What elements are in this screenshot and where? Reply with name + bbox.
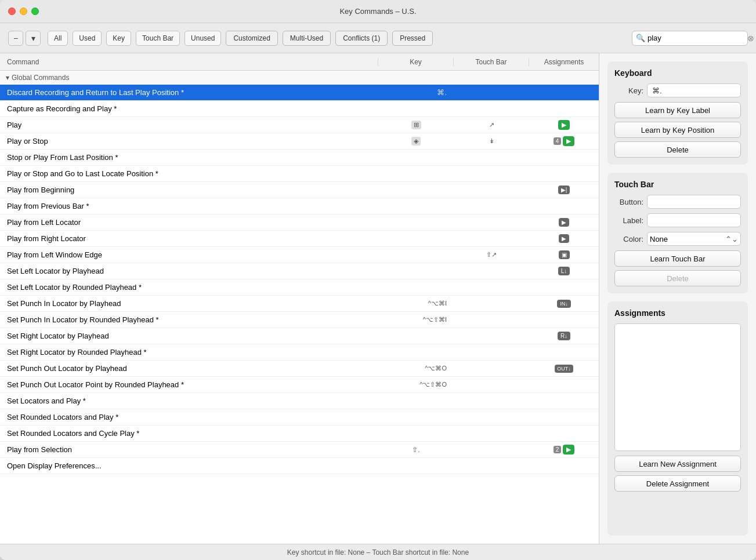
- list-item[interactable]: Play or Stop and Go to Last Locate Posit…: [0, 166, 599, 182]
- list-item[interactable]: Set Rounded Locators and Cycle Play *: [0, 426, 599, 442]
- touchbar-title: Touch Bar: [614, 180, 741, 189]
- filter-customized-button[interactable]: Customized: [226, 31, 277, 46]
- list-item[interactable]: Set Right Locator by Rounded Playhead *: [0, 344, 599, 361]
- filter-pressed-button[interactable]: Pressed: [392, 31, 433, 46]
- chevron-down-icon[interactable]: ▾: [26, 31, 41, 46]
- filter-conflicts-button[interactable]: Conflicts (1): [335, 31, 388, 46]
- col-key-header: Key: [378, 58, 454, 66]
- button-field-row: Button:: [614, 195, 741, 209]
- delete-touchbar-button: Delete: [614, 270, 741, 286]
- delete-assignment-button[interactable]: Delete Assignment: [614, 475, 741, 492]
- row-command: Open Display Preferences...: [0, 461, 378, 470]
- learn-key-label-button[interactable]: Learn by Key Label: [614, 102, 741, 118]
- row-assignments: ▶: [529, 120, 599, 130]
- list-item[interactable]: Open Display Preferences...: [0, 458, 599, 474]
- col-assignments-header: Assignments: [529, 58, 599, 66]
- search-box: 🔍 ⊗: [632, 31, 748, 46]
- row-assignments: OUT↓: [529, 365, 599, 373]
- list-item[interactable]: Discard Recording and Return to Last Pla…: [0, 85, 599, 101]
- right-panel: Keyboard Key: ⌘. Learn by Key Label Lear…: [599, 53, 756, 544]
- list-item[interactable]: Set Punch In Locator by Rounded Playhead…: [0, 312, 599, 328]
- color-select[interactable]: None ⌃⌄: [647, 232, 741, 246]
- assignments-title: Assignments: [614, 308, 741, 318]
- group-label: Global Commands: [12, 74, 69, 82]
- list-item[interactable]: Play from Beginning ▶|: [0, 182, 599, 198]
- search-clear-icon[interactable]: ⊗: [747, 34, 754, 43]
- list-item[interactable]: Set Locators and Play *: [0, 393, 599, 409]
- color-select-value: None: [650, 235, 668, 243]
- row-command: Set Punch Out Locator by Playhead: [0, 364, 378, 373]
- search-input[interactable]: [648, 34, 745, 42]
- button-field-label: Button:: [614, 198, 643, 206]
- row-command: Play from Beginning: [0, 186, 378, 194]
- row-assignments: ▣: [529, 250, 599, 259]
- minus-icon[interactable]: −: [8, 31, 23, 46]
- group-header-global[interactable]: ▾ Global Commands: [0, 71, 599, 85]
- learn-key-position-button[interactable]: Learn by Key Position: [614, 122, 741, 138]
- filter-multiused-button[interactable]: Multi-Used: [283, 31, 331, 46]
- list-header: Command Key Touch Bar Assignments: [0, 53, 599, 71]
- list-item[interactable]: Set Punch Out Locator by Playhead ^⌥⌘O O…: [0, 361, 599, 377]
- filter-touchbar-button[interactable]: Touch Bar: [136, 31, 180, 46]
- delete-keyboard-button[interactable]: Delete: [614, 141, 741, 158]
- list-item[interactable]: Stop or Play From Last Position *: [0, 150, 599, 166]
- list-item[interactable]: Play from Selection ⇧. 2 ▶: [0, 442, 599, 458]
- key-value: ⌘.: [652, 86, 662, 95]
- keyboard-section: Keyboard Key: ⌘. Learn by Key Label Lear…: [607, 61, 748, 165]
- row-key: ⊞: [378, 121, 454, 129]
- touchbar-section: Touch Bar Button: Label: Color: None ⌃⌄: [607, 173, 748, 293]
- row-command: Play from Previous Bar *: [0, 202, 378, 210]
- row-assignments: L↓: [529, 267, 599, 275]
- row-command: Set Rounded Locators and Cycle Play *: [0, 429, 378, 438]
- traffic-lights: [8, 8, 39, 15]
- label-field-row: Label:: [614, 213, 741, 227]
- key-field-row: Key: ⌘.: [614, 83, 741, 97]
- color-field-row: Color: None ⌃⌄: [614, 232, 741, 246]
- row-assignments: 4 ▶: [529, 136, 599, 146]
- row-command: Play from Selection: [0, 445, 378, 454]
- list-panel: Command Key Touch Bar Assignments ▾ Glob…: [0, 53, 599, 544]
- filter-all-button[interactable]: All: [48, 31, 68, 46]
- learn-new-assignment-button[interactable]: Learn New Assignment: [614, 456, 741, 472]
- list-item[interactable]: Capture as Recording and Play *: [0, 101, 599, 117]
- color-field-label: Color:: [614, 235, 643, 243]
- list-item[interactable]: Play or Stop ◈ ↡ 4 ▶: [0, 133, 599, 150]
- row-command: Set Punch In Locator by Rounded Playhead…: [0, 315, 378, 324]
- row-key: ⌘.: [378, 88, 454, 97]
- minimize-button[interactable]: [20, 8, 27, 15]
- row-command: Set Right Locator by Rounded Playhead *: [0, 348, 378, 357]
- list-item[interactable]: Set Left Locator by Playhead L↓: [0, 263, 599, 279]
- list-item[interactable]: Set Left Locator by Rounded Playhead *: [0, 279, 599, 296]
- filter-unused-button[interactable]: Unused: [185, 31, 221, 46]
- row-key: ^⌥⇧⌘I: [378, 316, 454, 323]
- key-field-value: ⌘.: [647, 83, 741, 97]
- filter-key-button[interactable]: Key: [106, 31, 131, 46]
- col-touchbar-header: Touch Bar: [454, 58, 529, 66]
- row-command: Set Left Locator by Playhead: [0, 267, 378, 275]
- list-item[interactable]: Play from Previous Bar *: [0, 198, 599, 214]
- row-touchbar: ↗: [454, 121, 529, 129]
- list-item[interactable]: Play from Left Locator ▶: [0, 214, 599, 231]
- list-item[interactable]: Play from Right Locator ▶: [0, 231, 599, 247]
- list-item[interactable]: Play from Left Window Edge ⇧↗ ▣: [0, 247, 599, 263]
- row-command: Set Rounded Locators and Play *: [0, 413, 378, 421]
- list-item[interactable]: Set Right Locator by Playhead R↓: [0, 328, 599, 344]
- list-item[interactable]: Set Punch Out Locator Point by Rounded P…: [0, 377, 599, 393]
- list-item[interactable]: Set Punch In Locator by Playhead ^⌥⌘I IN…: [0, 296, 599, 312]
- close-button[interactable]: [8, 8, 16, 15]
- maximize-button[interactable]: [31, 8, 39, 15]
- filter-icons: − ▾: [8, 31, 41, 46]
- col-command-header: Command: [0, 58, 378, 66]
- row-assignments: 2 ▶: [529, 445, 599, 454]
- assignments-section: Assignments Learn New Assignment Delete …: [607, 301, 748, 536]
- list-item[interactable]: Play ⊞ ↗ ▶: [0, 117, 599, 133]
- main-content: Command Key Touch Bar Assignments ▾ Glob…: [0, 53, 756, 544]
- row-assignments: ▶: [529, 234, 599, 243]
- row-assignments: IN↓: [529, 300, 599, 308]
- row-command: Play: [0, 121, 378, 129]
- learn-touchbar-button[interactable]: Learn Touch Bar: [614, 250, 741, 267]
- row-command: Set Locators and Play *: [0, 397, 378, 405]
- row-command: Set Left Locator by Rounded Playhead *: [0, 283, 378, 292]
- list-item[interactable]: Set Rounded Locators and Play *: [0, 409, 599, 426]
- filter-used-button[interactable]: Used: [73, 31, 102, 46]
